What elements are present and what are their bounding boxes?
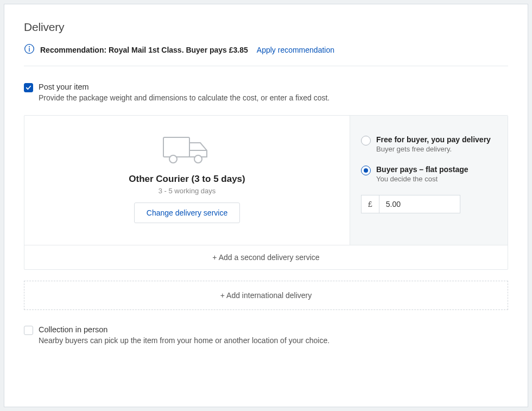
add-second-delivery-button[interactable]: + Add a second delivery service (24, 245, 508, 269)
recommendation-text: Recommendation: Royal Mail 1st Class. Bu… (40, 46, 248, 54)
svg-point-6 (194, 155, 202, 163)
info-icon (24, 43, 35, 56)
svg-rect-3 (163, 137, 189, 157)
truck-icon (162, 135, 212, 166)
courier-subtitle: 3 - 5 working days (159, 187, 216, 195)
collection-checkbox[interactable] (24, 326, 33, 335)
svg-point-1 (29, 46, 30, 47)
courier-title: Other Courier (3 to 5 days) (129, 174, 245, 185)
price-input-group: £ (361, 195, 497, 213)
delivery-card: Delivery Recommendation: Royal Mail 1st … (4, 4, 528, 407)
svg-point-5 (169, 155, 177, 163)
collection-option: Collection in person Nearby buyers can p… (24, 325, 508, 345)
free-delivery-subtitle: Buyer gets free delivery. (376, 145, 491, 153)
collection-subtitle: Nearby buyers can pick up the item from … (39, 336, 330, 345)
postage-amount-input[interactable] (379, 195, 460, 213)
courier-summary: Other Courier (3 to 5 days) 3 - 5 workin… (24, 116, 350, 245)
collection-title: Collection in person (39, 325, 330, 334)
free-delivery-title: Free for buyer, you pay delivery (376, 135, 491, 144)
free-delivery-radio[interactable]: Free for buyer, you pay delivery Buyer g… (361, 135, 497, 153)
change-delivery-button[interactable]: Change delivery service (134, 203, 240, 223)
delivery-panel: Other Courier (3 to 5 days) 3 - 5 workin… (24, 115, 508, 270)
add-international-delivery-button[interactable]: + Add international delivery (24, 281, 508, 310)
payment-options: Free for buyer, you pay delivery Buyer g… (350, 116, 508, 245)
flat-postage-title: Buyer pays – flat postage (376, 165, 468, 174)
currency-symbol: £ (361, 195, 379, 213)
post-item-title: Post your item (39, 83, 330, 91)
flat-postage-subtitle: You decide the cost (376, 175, 468, 183)
section-title: Delivery (24, 21, 508, 34)
flat-postage-radio[interactable]: Buyer pays – flat postage You decide the… (361, 165, 497, 183)
post-item-option: Post your item Provide the package weigh… (24, 83, 508, 102)
apply-recommendation-link[interactable]: Apply recommendation (257, 46, 334, 54)
recommendation-row: Recommendation: Royal Mail 1st Class. Bu… (24, 43, 508, 66)
post-item-subtitle: Provide the package weight and dimension… (39, 93, 330, 102)
post-item-checkbox[interactable] (24, 83, 33, 92)
